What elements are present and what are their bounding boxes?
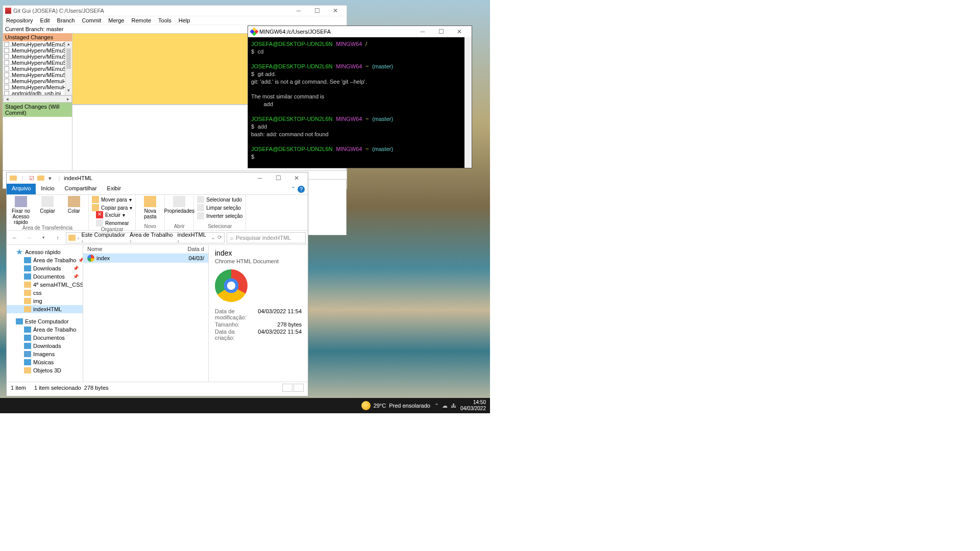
properties-qat-icon[interactable]: ☑ [28,174,35,182]
nav-objects[interactable]: Objetos 3D [7,366,83,374]
terminal-scrollbar[interactable] [464,37,472,168]
menu-repository[interactable]: Repository [6,17,33,23]
unstaged-file-list[interactable]: .MemuHyperv/MEmuSV .MemuHyperv/MEmuSV .M… [3,41,72,95]
qat-dropdown-icon[interactable]: ▾ [46,174,54,182]
folder-qat-icon[interactable] [37,174,44,182]
col-name[interactable]: Nome [87,246,188,252]
file-icon [4,66,9,71]
address-bar[interactable]: › Este Computador Área de Trabalho index… [66,232,225,243]
menu-tools[interactable]: Tools [158,17,172,23]
paste-button[interactable]: Colar [63,196,85,214]
invert-selection-button[interactable]: Inverter seleção [197,212,242,219]
terminal-body[interactable]: JOSEFA@DESKTOP-UDN2L6N MINGW64 / $ cd JO… [248,37,464,168]
onedrive-icon[interactable]: ☁ [442,403,448,409]
tray-chevron-icon[interactable]: ⌃ [434,403,439,409]
nav-quick-access[interactable]: Acesso rápido [7,248,83,256]
nav-img[interactable]: img [7,297,83,305]
network-icon[interactable]: 🖧 [451,403,456,409]
maximize-button[interactable]: ☐ [308,6,326,16]
rename-button[interactable]: Renomear [96,219,132,227]
clock[interactable]: 14:50 04/03/2022 [460,399,486,412]
system-tray[interactable]: ⌃ ☁ 🖧 [434,403,456,409]
icons-view-button[interactable] [293,384,304,392]
taskbar[interactable]: 29°C Pred ensolarado ⌃ ☁ 🖧 14:50 04/03/2… [0,398,490,413]
breadcrumb[interactable]: indexHTML [178,232,209,244]
col-date[interactable]: Data d [188,246,204,252]
search-input[interactable]: ⌕ Pesquisar indexHTML [227,232,306,243]
nav-sema[interactable]: 4ª semaHTML_CSS3 [7,281,83,289]
copyto-button[interactable]: Copiar para ▾ [92,204,132,211]
created-label: Data da criação: [215,329,254,341]
breadcrumb[interactable]: Este Computador [81,232,128,244]
scroll-up-icon[interactable]: ▴ [65,41,72,48]
recent-button[interactable]: ▾ [37,232,50,244]
minimize-button[interactable]: ─ [289,6,308,16]
scrollbar-vertical[interactable]: ▴ ▾ [65,41,72,95]
help-icon[interactable]: ? [298,186,305,193]
scroll-left-icon[interactable]: ◂ [4,96,11,102]
menu-remote[interactable]: Remote [131,17,151,23]
tab-view[interactable]: Exibir [102,184,127,194]
pin-icon [15,196,27,207]
scroll-thumb[interactable] [66,48,71,69]
nav-desktop2[interactable]: Área de Trabalho [7,325,83,334]
menu-merge[interactable]: Merge [108,17,124,23]
file-item[interactable]: index 04/03/ [83,254,208,263]
moveto-button[interactable]: Mover para ▾ [92,196,132,203]
minimize-button[interactable]: ─ [251,173,269,183]
back-button[interactable]: ← [9,232,21,244]
scroll-down-icon[interactable]: ▾ [65,88,72,95]
menu-commit[interactable]: Commit [82,17,101,23]
up-button[interactable]: ↑ [52,232,64,244]
nav-documents[interactable]: Documentos📌 [7,272,83,281]
menu-branch[interactable]: Branch [57,17,75,23]
maximize-button[interactable]: ☐ [432,27,450,37]
minimize-button[interactable]: ─ [413,27,432,37]
menu-help[interactable]: Help [179,17,190,23]
nav-documents2[interactable]: Documentos [7,334,83,342]
nav-pane[interactable]: Acesso rápido Área de Trabalho📌 Download… [7,245,83,382]
nav-this-pc[interactable]: Este Computador [7,317,83,325]
menu-edit[interactable]: Edit [40,17,50,23]
new-folder-button[interactable]: Nova pasta [139,196,161,219]
nav-downloads2[interactable]: Downloads [7,342,83,350]
close-button[interactable]: ✕ [287,173,306,183]
delete-button[interactable]: ✕Excluir ▾ [96,211,132,218]
breadcrumb[interactable]: Área de Trabalho [130,232,175,244]
weather-widget[interactable]: 29°C Pred ensolarado [361,401,430,410]
nav-images[interactable]: Imagens [7,350,83,358]
nav-css[interactable]: css [7,289,83,297]
nav-indexhtml[interactable]: indexHTML [7,305,83,313]
tab-home[interactable]: Início [36,184,59,194]
close-button[interactable]: ✕ [326,6,345,16]
tab-file[interactable]: Arquivo [7,184,36,194]
maximize-button[interactable]: ☐ [269,173,287,183]
details-view-button[interactable] [282,384,292,392]
column-headers[interactable]: Nome Data d [83,245,208,254]
file-list-pane[interactable]: Nome Data d index 04/03/ [83,245,208,382]
explorer-titlebar[interactable]: | ☑ ▾ | indexHTML ─ ☐ ✕ [7,172,308,184]
time: 14:50 [460,399,486,406]
ribbon-collapse-icon[interactable]: ⌃ [291,186,296,192]
addr-dropdown-icon[interactable]: ⌄ [211,234,215,241]
close-button[interactable]: ✕ [450,27,469,37]
nav-downloads[interactable]: Downloads📌 [7,264,83,272]
terminal-titlebar[interactable]: MINGW64:/c/Users/JOSEFA ─ ☐ ✕ [248,26,472,37]
pin-icon: 📌 [73,266,79,271]
copy-button[interactable]: Copiar [36,196,59,214]
nav-desktop[interactable]: Área de Trabalho📌 [7,256,83,264]
pin-button[interactable]: Fixar no Acesso rápido [10,196,32,225]
nav-music[interactable]: Músicas [7,358,83,366]
folder-icon [24,290,31,296]
gitgui-titlebar[interactable]: Git Gui (JOSEFA) C:/Users/JOSEFA ─ ☐ ✕ [3,6,347,16]
properties-button[interactable]: Propriedades [168,196,190,214]
scrollbar-horizontal[interactable]: ◂ ▸ [3,95,72,103]
select-none-button[interactable]: Limpar seleção [197,204,242,211]
staged-file-list[interactable] [3,117,72,171]
select-all-button[interactable]: Selecionar tudo [197,196,242,203]
scroll-right-icon[interactable]: ▸ [64,96,71,102]
tab-share[interactable]: Compartilhar [60,184,102,194]
refresh-icon[interactable]: ⟳ [217,234,222,241]
forward-button[interactable]: → [23,232,35,244]
select-none-icon [197,204,204,211]
